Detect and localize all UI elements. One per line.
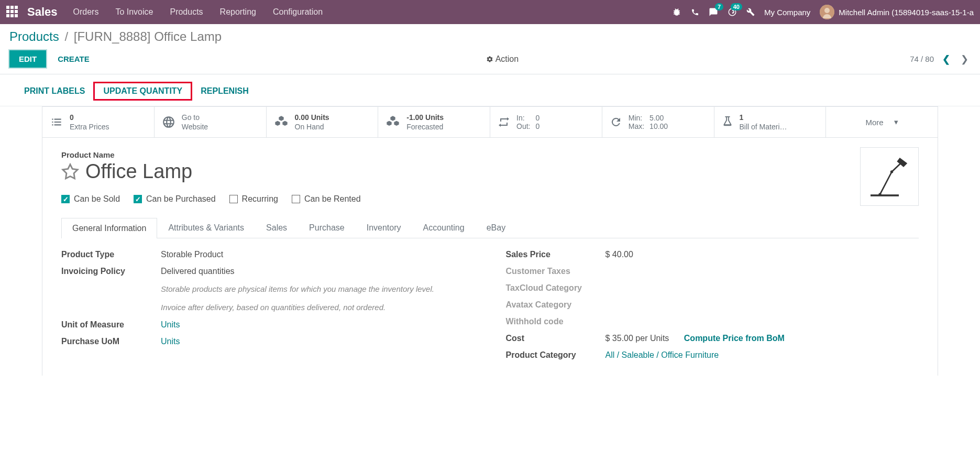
main-menu: Orders To Invoice Products Reporting Con…	[73, 7, 673, 17]
flask-icon	[722, 116, 733, 128]
cost-value: $ 35.00 per Units Compute Price from BoM	[605, 334, 919, 343]
pager-counter[interactable]: 74 / 80	[910, 54, 934, 63]
cubes-icon	[386, 115, 400, 129]
avatax-label: Avatax Category	[506, 300, 605, 310]
breadcrumb-parent[interactable]: Products	[9, 29, 59, 43]
stat-on-hand[interactable]: 0.00 Units On Hand	[267, 107, 379, 137]
checkbox-row: Can be Sold Can be Purchased Recurring C…	[61, 194, 919, 204]
tab-attributes-variants[interactable]: Attributes & Variants	[157, 217, 255, 238]
svg-line-3	[880, 172, 892, 194]
tab-purchase[interactable]: Purchase	[298, 217, 356, 238]
bug-icon[interactable]	[672, 7, 681, 17]
navbar-right: 7 40 My Company Mitchell Admin (15894019…	[672, 5, 974, 19]
control-panel: Products / [FURN_8888] Office Lamp EDIT …	[0, 24, 980, 74]
apps-icon[interactable]	[6, 6, 19, 18]
product-name-label: Product Name	[61, 150, 919, 159]
notebook-tabs: General Information Attributes & Variant…	[61, 217, 919, 238]
customer-taxes-label: Customer Taxes	[506, 267, 605, 276]
phone-icon[interactable]	[691, 8, 699, 16]
stat-website[interactable]: Go to Website	[155, 107, 267, 137]
uom-value[interactable]: Units	[161, 320, 475, 330]
action-dropdown[interactable]: Action	[486, 54, 519, 64]
purchase-uom-value[interactable]: Units	[161, 337, 475, 346]
pager-prev[interactable]: ❮	[940, 53, 952, 65]
breadcrumb-current: [FURN_8888] Office Lamp	[74, 29, 222, 43]
company-selector[interactable]: My Company	[764, 8, 810, 17]
tab-inventory[interactable]: Inventory	[356, 217, 412, 238]
stat-extra-prices[interactable]: 0 Extra Prices	[42, 107, 155, 137]
stat-more[interactable]: More ▾	[826, 107, 938, 137]
product-type-label: Product Type	[61, 250, 161, 259]
menu-reporting[interactable]: Reporting	[220, 7, 256, 17]
update-quantity-button[interactable]: UPDATE QUANTITY	[93, 82, 192, 101]
user-name: Mitchell Admin (15894019-saas-15-1-a	[839, 8, 974, 17]
form-sheet: Product Name Office Lamp Can be Sold	[42, 138, 938, 376]
invoicing-policy-label: Invoicing Policy	[61, 267, 161, 276]
category-value[interactable]: All / Saleable / Office Furniture	[605, 350, 919, 360]
svg-point-1	[824, 8, 830, 13]
menu-orders[interactable]: Orders	[73, 7, 99, 17]
user-menu[interactable]: Mitchell Admin (15894019-saas-15-1-a	[820, 5, 974, 19]
product-name: Office Lamp	[85, 160, 192, 183]
tab-general-information[interactable]: General Information	[61, 218, 157, 238]
tools-icon[interactable]	[746, 8, 755, 16]
activity-badge: 40	[731, 3, 742, 10]
uom-label: Unit of Measure	[61, 320, 161, 330]
category-label: Product Category	[506, 350, 605, 360]
svg-rect-2	[871, 194, 899, 196]
purchase-uom-label: Purchase UoM	[61, 337, 161, 346]
menu-products[interactable]: Products	[170, 7, 203, 17]
brand-title[interactable]: Sales	[27, 5, 58, 19]
cost-label: Cost	[506, 334, 605, 343]
stat-bom[interactable]: 1 Bill of Materi…	[714, 107, 827, 137]
tab-sales[interactable]: Sales	[255, 217, 298, 238]
taxcloud-label: TaxCloud Category	[506, 283, 605, 293]
stat-button-row: 0 Extra Prices Go to Website 0.00 Units …	[42, 106, 938, 138]
can-be-sold-checkbox[interactable]: Can be Sold	[61, 194, 120, 204]
help-storable: Storable products are physical items for…	[161, 283, 475, 294]
breadcrumb: Products / [FURN_8888] Office Lamp	[9, 29, 971, 44]
chat-badge: 7	[715, 3, 723, 10]
menu-to-invoice[interactable]: To Invoice	[115, 7, 153, 17]
menu-configuration[interactable]: Configuration	[273, 7, 323, 17]
stat-min-max[interactable]: Min:5.00 Max:10.00	[602, 107, 714, 137]
replenish-button[interactable]: REPLENISH	[192, 82, 257, 101]
favorite-star-icon[interactable]	[61, 163, 79, 181]
compute-price-link[interactable]: Compute Price from BoM	[684, 334, 785, 343]
svg-point-6	[878, 193, 881, 196]
sales-price-label: Sales Price	[506, 250, 605, 259]
exchange-icon	[498, 116, 510, 128]
svg-point-5	[890, 170, 893, 173]
sales-price-value: $ 40.00	[605, 250, 919, 259]
print-labels-button[interactable]: PRINT LABELS	[16, 82, 93, 101]
refresh-icon	[610, 116, 622, 128]
top-navbar: Sales Orders To Invoice Products Reporti…	[0, 0, 980, 24]
can-be-rented-checkbox[interactable]: Can be Rented	[292, 194, 361, 204]
caret-down-icon: ▾	[894, 117, 898, 127]
tab-accounting[interactable]: Accounting	[412, 217, 476, 238]
create-button[interactable]: CREATE	[52, 51, 95, 67]
product-type-value: Storable Product	[161, 250, 475, 259]
help-invoice: Invoice after delivery, based on quantit…	[161, 302, 475, 313]
withhold-label: Withhold code	[506, 317, 605, 326]
edit-button[interactable]: EDIT	[9, 50, 46, 68]
avatar	[820, 5, 834, 19]
tab-ebay[interactable]: eBay	[476, 217, 516, 238]
chat-icon[interactable]: 7	[709, 7, 718, 17]
stat-in-out[interactable]: In:0 Out:0	[490, 107, 602, 137]
list-icon	[50, 115, 63, 129]
activity-icon[interactable]: 40	[728, 7, 737, 17]
stat-forecasted[interactable]: -1.00 Units Forecasted	[378, 107, 490, 137]
cubes-icon	[274, 115, 289, 129]
can-be-purchased-checkbox[interactable]: Can be Purchased	[134, 194, 216, 204]
invoicing-policy-value: Delivered quantities	[161, 267, 475, 276]
recurring-checkbox[interactable]: Recurring	[229, 194, 278, 204]
globe-icon	[162, 115, 175, 129]
product-image[interactable]	[860, 147, 919, 206]
statusbar-buttons: PRINT LABELS UPDATE QUANTITY REPLENISH	[0, 74, 980, 106]
pager-next[interactable]: ❯	[959, 53, 971, 65]
